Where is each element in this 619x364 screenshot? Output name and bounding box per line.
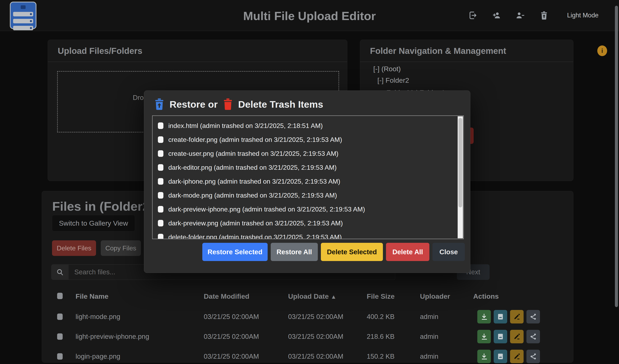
edit-rename-button[interactable]	[510, 310, 524, 323]
switch-view-button[interactable]: Switch to Gallery View	[52, 215, 135, 231]
logo-slot	[21, 5, 26, 9]
date-modified-cell: 03/21/25 02:00AM	[204, 313, 259, 321]
trash-item[interactable]: dark-preview.png (admin trashed on 3/21/…	[153, 216, 463, 230]
item-checkbox[interactable]	[158, 234, 163, 239]
page-scrollbar-thumb[interactable]	[615, 6, 618, 307]
row-actions	[477, 310, 540, 323]
item-checkbox[interactable]	[158, 192, 163, 199]
item-checkbox[interactable]	[158, 220, 163, 226]
delete-files-button[interactable]: Delete Files	[52, 240, 96, 256]
item-checkbox[interactable]	[158, 136, 163, 143]
page-title: Multi File Upload Editor	[243, 9, 376, 23]
row-actions	[477, 350, 540, 363]
date-modified-cell: 03/21/25 02:00AM	[204, 333, 259, 340]
copy-files-button[interactable]: Copy Files	[101, 240, 141, 256]
file-name-cell: login-page.png	[76, 352, 120, 360]
trash-item-label: create-user.png (admin trashed on 3/21/2…	[168, 150, 338, 157]
date-modified-cell: 03/21/25 02:00AM	[204, 352, 259, 360]
trash-items-modal: Restore or Delete Trash Items index.html…	[144, 90, 470, 273]
trash-item[interactable]: create-folder.png (admin trashed on 3/21…	[153, 133, 463, 147]
table-row: light-mode.png 03/21/25 02:00AM 03/21/25…	[42, 307, 573, 326]
logo-bar	[13, 26, 33, 30]
trash-item-label: create-folder.png (admin trashed on 3/21…	[168, 136, 342, 143]
upload-date-cell: 03/21/25 02:00AM	[288, 313, 343, 321]
preview-image-button[interactable]	[494, 350, 507, 363]
item-checkbox[interactable]	[158, 178, 163, 185]
sort-ascending-icon: ▲	[331, 294, 337, 300]
search-icon	[51, 264, 69, 280]
trash-item-label: dark-iphone.png (admin trashed on 3/21/2…	[168, 178, 340, 185]
restore-trash-icon	[155, 98, 164, 110]
share-button[interactable]	[526, 330, 540, 343]
share-button[interactable]	[526, 310, 540, 323]
logo-bar	[13, 19, 33, 23]
file-size-cell: 150.2 KB	[367, 352, 394, 360]
trash-item[interactable]: dark-iphone.png (admin trashed on 3/21/2…	[153, 174, 463, 188]
modal-title-restore: Restore or	[169, 99, 218, 110]
select-all-checkbox[interactable]	[57, 293, 63, 299]
edit-rename-button[interactable]	[510, 330, 524, 343]
delete-all-button[interactable]: Delete All	[386, 243, 429, 261]
share-button[interactable]	[526, 350, 540, 363]
row-checkbox[interactable]	[57, 333, 63, 340]
preview-image-button[interactable]	[494, 310, 507, 323]
trash-item[interactable]: dark-editor.png (admin trashed on 3/21/2…	[153, 160, 463, 174]
col-header-file-size[interactable]: File Size	[367, 292, 394, 300]
col-header-actions: Actions	[473, 292, 499, 300]
table-row: login-page.png 03/21/25 02:00AM 03/21/25…	[42, 346, 573, 364]
remove-user-icon[interactable]	[515, 10, 525, 20]
download-button[interactable]	[477, 330, 491, 343]
trash-item[interactable]: index.html (admin trashed on 3/21/2025, …	[153, 119, 463, 133]
add-user-icon[interactable]	[492, 10, 502, 20]
logo-bar	[13, 12, 33, 16]
upload-panel-title: Upload Files/Folders	[58, 46, 142, 56]
app-root: Multi File Upload Editor	[0, 0, 619, 364]
tree-item-root[interactable]: [-] (Root)	[373, 65, 401, 73]
divider	[48, 62, 347, 62]
item-checkbox[interactable]	[158, 122, 163, 129]
delete-trash-icon	[223, 98, 233, 110]
delete-selected-button[interactable]: Delete Selected	[321, 243, 383, 261]
trash-item[interactable]: delete-folder.png (admin trashed on 3/21…	[153, 230, 463, 239]
col-header-uploader[interactable]: Uploader	[420, 292, 450, 300]
item-checkbox[interactable]	[158, 150, 163, 157]
restore-selected-button[interactable]: Restore Selected	[202, 243, 268, 261]
app-logo-icon	[10, 2, 36, 29]
download-button[interactable]	[477, 310, 491, 323]
list-scrollbar-thumb[interactable]	[458, 118, 462, 207]
row-checkbox[interactable]	[57, 353, 63, 360]
trash-item[interactable]: dark-mode.png (admin trashed on 3/21/202…	[153, 188, 463, 202]
trash-item[interactable]: dark-preview-iphone.png (admin trashed o…	[153, 202, 463, 216]
tree-item-folder2[interactable]: [-] Folder2	[377, 76, 409, 84]
app-header: Multi File Upload Editor	[0, 0, 619, 31]
uploader-cell: admin	[420, 333, 438, 340]
modal-buttons: Restore Selected Restore All Delete Sele…	[202, 243, 465, 261]
edit-rename-button[interactable]	[510, 350, 524, 363]
uploader-cell: admin	[420, 313, 438, 321]
trash-item-label: delete-folder.png (admin trashed on 3/21…	[168, 233, 342, 239]
trash-item[interactable]: create-user.png (admin trashed on 3/21/2…	[153, 147, 463, 160]
modal-title: Restore or Delete Trash Items	[155, 98, 323, 110]
modal-title-delete: Delete Trash Items	[238, 99, 323, 110]
col-header-date-modified[interactable]: Date Modified	[204, 292, 249, 300]
list-scrollbar[interactable]	[458, 116, 463, 238]
row-actions	[477, 330, 540, 343]
trash-restore-icon[interactable]	[539, 10, 549, 20]
item-checkbox[interactable]	[158, 206, 163, 212]
file-name-cell: light-preview-iphone.png	[76, 333, 149, 340]
info-icon[interactable]: i	[597, 45, 607, 56]
close-button[interactable]: Close	[433, 243, 465, 261]
logout-icon[interactable]	[468, 10, 478, 20]
page-scrollbar[interactable]	[615, 0, 619, 364]
restore-all-button[interactable]: Restore All	[271, 243, 318, 261]
col-header-file-name[interactable]: File Name	[76, 292, 109, 300]
row-checkbox[interactable]	[57, 313, 63, 320]
upload-date-cell: 03/21/25 02:00AM	[288, 352, 343, 360]
trash-item-label: dark-preview-iphone.png (admin trashed o…	[168, 206, 365, 213]
download-button[interactable]	[477, 350, 491, 363]
light-mode-toggle[interactable]: Light Mode	[567, 12, 599, 19]
trash-item-label: dark-preview.png (admin trashed on 3/21/…	[168, 220, 343, 227]
col-header-upload-date[interactable]: Upload Date▲	[288, 292, 337, 300]
item-checkbox[interactable]	[158, 164, 163, 171]
preview-image-button[interactable]	[494, 330, 507, 343]
